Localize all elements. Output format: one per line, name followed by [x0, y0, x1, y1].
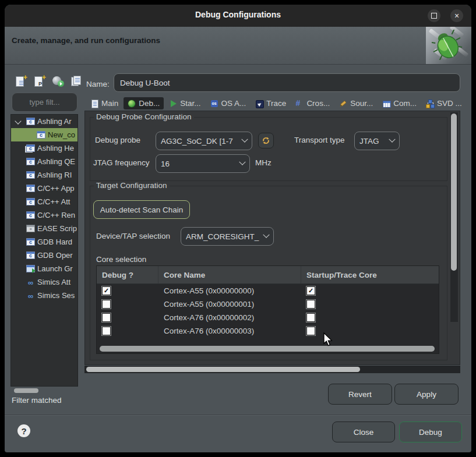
- tab-startup[interactable]: Star...: [165, 97, 204, 109]
- filter-input[interactable]: [12, 93, 77, 112]
- transport-type-label: Transport type: [294, 136, 345, 144]
- export-run-badge-icon: [58, 80, 64, 87]
- duplicate-button[interactable]: [70, 75, 83, 87]
- tree-item-new-configuration[interactable]: c New_co: [11, 128, 77, 141]
- startup-trace-checkbox[interactable]: ✓: [306, 327, 315, 335]
- tab-main[interactable]: Main: [86, 97, 122, 109]
- startup-trace-checkbox[interactable]: ✓: [306, 300, 315, 309]
- close-icon: ×: [454, 12, 459, 20]
- refresh-probes-button[interactable]: [258, 133, 274, 148]
- new-prototype-icon: P: [34, 76, 43, 87]
- table-row[interactable]: ✓ Cortex-A55 (0x00000001) ✓: [97, 297, 439, 311]
- tree-item-ashling-headless[interactable]: c Ashling He: [11, 141, 77, 155]
- horizontal-scrollbar-track[interactable]: [84, 366, 460, 373]
- tab-label: Deb...: [139, 99, 160, 108]
- table-row[interactable]: ✓ Cortex-A76 (0x00000002) ✓: [97, 311, 439, 324]
- jtag-frequency-label: JTAG frequency: [93, 158, 150, 167]
- core-name-cell: Cortex-A55 (0x00000001): [158, 300, 301, 309]
- vertical-scrollbar-track[interactable]: [450, 112, 458, 322]
- table-header: Debug ? Core Name Startup/Trace Core: [97, 266, 439, 284]
- tab-common[interactable]: Com...: [378, 97, 421, 109]
- debug-checkbox[interactable]: ✓: [102, 313, 111, 322]
- export-button[interactable]: [51, 75, 64, 87]
- core-name-cell: Cortex-A76 (0x00000002): [158, 313, 301, 322]
- revert-button[interactable]: Revert: [328, 384, 392, 405]
- help-button[interactable]: ?: [17, 424, 30, 437]
- debug-button[interactable]: Debug: [399, 421, 462, 442]
- tree-item-label: EASE Scrip: [37, 224, 77, 233]
- tab-cross-trigger[interactable]: # Cros...: [291, 97, 334, 109]
- debug-checkbox[interactable]: ✓: [102, 286, 111, 295]
- column-header-core-name[interactable]: Core Name: [158, 266, 301, 284]
- tab-trace[interactable]: Trace: [251, 97, 290, 109]
- title-bar[interactable]: Debug Configurations ×: [5, 5, 471, 27]
- close-window-button[interactable]: ×: [450, 9, 463, 22]
- close-button[interactable]: Close: [332, 421, 395, 442]
- tree-item-cpp-application[interactable]: c C/C++ App: [11, 182, 77, 195]
- tree-item-gdb-openocd[interactable]: c GDB Oper: [11, 249, 77, 262]
- tree-item-ease-script[interactable]: ≡ EASE Scrip: [11, 222, 77, 235]
- tab-source[interactable]: Sour...: [335, 97, 377, 109]
- tree-item-cpp-attach[interactable]: c C/C++ Att: [11, 195, 77, 208]
- chevron-down-icon[interactable]: [15, 118, 21, 124]
- startup-trace-checkbox[interactable]: ✓: [306, 286, 315, 295]
- tree-item-gdb-hardware[interactable]: c GDB Hard: [11, 235, 77, 249]
- tree-item-cpp-remote[interactable]: c C/C++ Ren: [11, 208, 77, 222]
- new-configuration-button[interactable]: +: [14, 75, 27, 87]
- configurations-tree[interactable]: c Ashling Ar c New_co c Ashling He c Ash…: [10, 114, 78, 387]
- column-header-startup-trace[interactable]: Startup/Trace Core: [301, 266, 439, 284]
- tree-horizontal-scrollbar[interactable]: [14, 388, 38, 393]
- window-title: Debug Configurations: [5, 10, 471, 19]
- maximize-button[interactable]: [428, 9, 440, 22]
- configurations-toolbar: + P +: [14, 75, 83, 88]
- table-row[interactable]: ✓ Cortex-A55 (0x00000000) ✓: [97, 284, 439, 297]
- autodetect-scan-chain-button[interactable]: Auto-detect Scan Chain: [93, 200, 190, 219]
- tree-item-simics-session[interactable]: ∞ Simics Ses: [11, 289, 77, 302]
- debug-checkbox[interactable]: ✓: [102, 300, 111, 309]
- tree-item-ashling-arm[interactable]: c Ashling Ar: [11, 115, 77, 128]
- jtag-frequency-dropdown[interactable]: 16: [156, 154, 250, 173]
- tree-item-ashling-riscfree[interactable]: c Ashling RI: [11, 168, 77, 182]
- button-label: Close: [354, 428, 374, 437]
- debug-configurations-dialog: Debug Configurations × Create, manage, a…: [5, 5, 471, 452]
- debug-banner-image: [426, 27, 471, 64]
- name-input[interactable]: [114, 73, 460, 92]
- tree-item-launch-group[interactable]: Launch Gr: [11, 262, 77, 275]
- debug-checkbox[interactable]: ✓: [102, 327, 111, 335]
- tree-item-label: C/C++ App: [37, 184, 75, 193]
- startup-trace-checkbox[interactable]: ✓: [306, 313, 315, 322]
- tree-item-ashling-qemu[interactable]: c Ashling QE: [11, 155, 77, 168]
- c-application-icon: c: [26, 158, 35, 165]
- tab-debugger[interactable]: Deb...: [124, 97, 164, 109]
- c-application-icon: c: [26, 251, 35, 259]
- group-title: Debug Probe Configuration: [94, 112, 194, 121]
- device-tap-dropdown[interactable]: ARM_CORESIGHT_: [181, 227, 274, 246]
- tab-os-awareness[interactable]: os OS A...: [206, 97, 251, 109]
- c-application-icon: c: [26, 118, 35, 125]
- column-header-debug[interactable]: Debug ?: [97, 266, 158, 284]
- chevron-down-icon: [389, 136, 395, 143]
- horizontal-scrollbar-thumb[interactable]: [86, 367, 360, 372]
- core-selection-table[interactable]: Debug ? Core Name Startup/Trace Core ✓ C…: [96, 265, 439, 354]
- configuration-tabs: Main Deb... Star... os OS A... Trace # C…: [86, 95, 466, 111]
- new-prototype-button[interactable]: P +: [33, 75, 45, 87]
- tab-label: OS A...: [221, 99, 246, 108]
- table-row[interactable]: ✓ Cortex-A76 (0x00000003) ✓: [97, 324, 439, 338]
- hierarchy-icon: [426, 100, 434, 108]
- tree-item-label: Ashling RI: [37, 171, 72, 179]
- bug-icon: [128, 100, 136, 108]
- vertical-scrollbar-thumb[interactable]: [451, 114, 457, 271]
- pencil-icon: [339, 100, 347, 108]
- group-title: Target Configuration: [94, 181, 170, 190]
- c-application-multi-icon: c: [26, 144, 35, 152]
- debug-probe-dropdown[interactable]: AG3C_SoC_DK [1-7: [156, 132, 252, 150]
- tab-label: Star...: [180, 99, 200, 108]
- tree-item-label: Simics Att: [37, 278, 70, 286]
- apply-button[interactable]: Apply: [394, 384, 459, 405]
- table-horizontal-scrollbar[interactable]: [100, 346, 435, 352]
- tab-svd[interactable]: SVD ...: [422, 97, 466, 109]
- transport-type-dropdown[interactable]: JTAG: [354, 132, 400, 150]
- tree-item-simics-attach[interactable]: ∞ Simics Att: [11, 275, 77, 289]
- target-configuration-group: Target Configuration Auto-detect Scan Ch…: [90, 186, 447, 360]
- table-icon: [382, 100, 390, 108]
